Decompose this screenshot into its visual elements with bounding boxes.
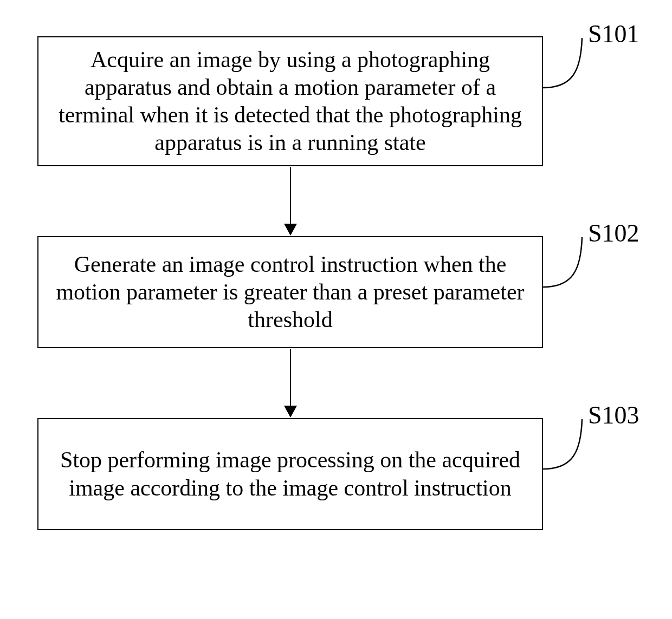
arrow-s101-to-s102 (290, 167, 291, 224)
arrowhead-s102-to-s103 (284, 406, 297, 418)
step-text-s101: Acquire an image by using a photographin… (48, 46, 532, 157)
step-label-s102: S102 (588, 221, 639, 246)
step-box-s101: Acquire an image by using a photographin… (37, 36, 543, 166)
leader-curve-s103 (543, 419, 592, 479)
arrowhead-s101-to-s102 (284, 224, 297, 236)
leader-curve-s101 (543, 38, 592, 97)
step-box-s103: Stop performing image processing on the … (37, 418, 543, 530)
leader-curve-s102 (543, 237, 592, 297)
step-text-s102: Generate an image control instruction wh… (48, 251, 532, 334)
arrow-s102-to-s103 (290, 349, 291, 406)
step-box-s102: Generate an image control instruction wh… (37, 236, 543, 348)
step-label-s103: S103 (588, 403, 639, 428)
step-text-s103: Stop performing image processing on the … (48, 446, 532, 501)
step-label-s101: S101 (588, 22, 639, 47)
flowchart: Acquire an image by using a photographin… (0, 0, 672, 619)
